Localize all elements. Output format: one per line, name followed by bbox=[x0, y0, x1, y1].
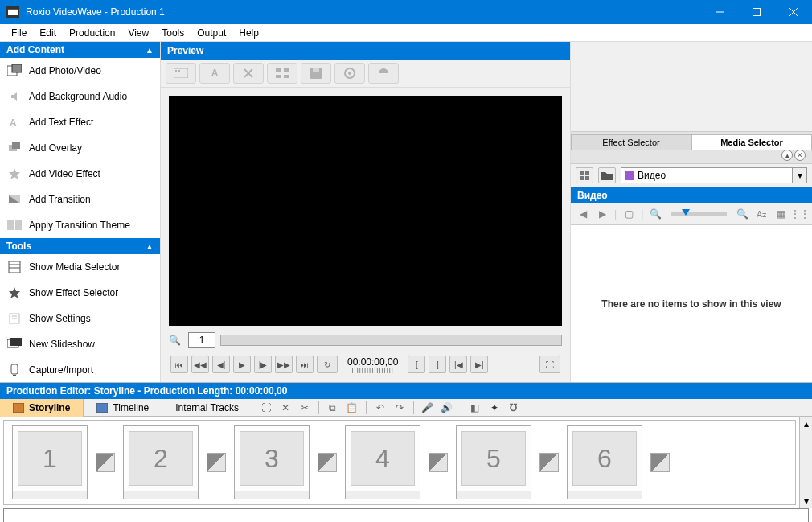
sidebar-show-media-selector[interactable]: Show Media Selector bbox=[0, 254, 160, 280]
align-icon[interactable] bbox=[267, 63, 297, 84]
storyline-slot[interactable]: 5 bbox=[456, 425, 531, 499]
nav-forward-button[interactable]: ▶ bbox=[595, 207, 609, 221]
redo-icon[interactable]: ↷ bbox=[392, 401, 407, 415]
effects-icon[interactable]: ✦ bbox=[487, 401, 502, 415]
undo-icon[interactable]: ↶ bbox=[373, 401, 388, 415]
view-grid-icon[interactable] bbox=[576, 167, 593, 183]
text-tool-icon[interactable]: A bbox=[199, 63, 230, 84]
mark-out-button[interactable]: ] bbox=[429, 356, 446, 373]
mark-in-button[interactable]: [ bbox=[408, 356, 425, 373]
transition-slot[interactable] bbox=[650, 453, 670, 472]
close-panel-button[interactable]: ✕ bbox=[794, 150, 806, 161]
menu-edit[interactable]: Edit bbox=[33, 26, 63, 40]
transition-slot[interactable] bbox=[318, 453, 337, 472]
tab-internal-tracks[interactable]: Internal Tracks bbox=[162, 399, 252, 417]
clip-caption-input[interactable] bbox=[3, 508, 809, 522]
menu-view[interactable]: View bbox=[121, 26, 155, 40]
disc-icon[interactable] bbox=[334, 63, 365, 84]
storyline-slot[interactable]: 6 bbox=[567, 425, 642, 499]
menu-production[interactable]: Production bbox=[63, 26, 121, 40]
sidebar-show-effect-selector[interactable]: Show Effect Selector bbox=[0, 280, 160, 306]
tab-storyline[interactable]: Storyline bbox=[0, 399, 84, 417]
jump-out-button[interactable]: ▶| bbox=[470, 356, 488, 373]
loop-button[interactable]: ↻ bbox=[317, 356, 338, 373]
keyboard-icon[interactable] bbox=[166, 63, 196, 84]
menu-help[interactable]: Help bbox=[232, 26, 265, 40]
tab-effect-selector[interactable]: Effect Selector bbox=[571, 134, 691, 150]
audio-icon[interactable]: 🔊 bbox=[440, 401, 454, 415]
tab-media-selector[interactable]: Media Selector bbox=[691, 134, 812, 150]
photo-video-icon bbox=[6, 63, 23, 79]
transition-slot[interactable] bbox=[539, 453, 559, 472]
delete-icon[interactable] bbox=[233, 63, 264, 84]
media-type-dropdown[interactable]: Видео ▾ bbox=[621, 167, 807, 183]
sidebar-add-video-effect[interactable]: Add Video Effect bbox=[0, 161, 160, 187]
goto-start-button[interactable]: ⏮ bbox=[170, 356, 188, 373]
sidebar-add-transition[interactable]: Add Transition bbox=[0, 187, 160, 212]
nav-back-button[interactable]: ◀ bbox=[576, 207, 590, 221]
sidebar-show-settings[interactable]: Show Settings bbox=[0, 306, 160, 331]
menu-output[interactable]: Output bbox=[191, 26, 232, 40]
options-icon[interactable]: ⋮⋮ bbox=[793, 207, 807, 221]
menu-tools[interactable]: Tools bbox=[155, 26, 191, 40]
svg-rect-41 bbox=[580, 171, 584, 175]
add-content-header[interactable]: Add Content ▲ bbox=[0, 42, 160, 58]
cut-icon[interactable]: ✂ bbox=[297, 401, 312, 415]
storyline-slot[interactable]: 3 bbox=[234, 425, 310, 499]
svg-rect-26 bbox=[11, 364, 18, 374]
video-preview-canvas[interactable] bbox=[169, 96, 562, 326]
goto-end-button[interactable]: ⏭ bbox=[296, 356, 314, 373]
storyline-vscroll[interactable]: ▴▾ bbox=[799, 417, 812, 508]
sidebar-capture-import[interactable]: Capture/Import bbox=[0, 357, 160, 383]
sort-az-button[interactable]: Aᴢ bbox=[754, 207, 769, 221]
transition-slot[interactable] bbox=[96, 453, 115, 472]
sidebar-add-bg-audio[interactable]: Add Background Audio bbox=[0, 84, 160, 109]
fullscreen-button[interactable]: ⛶ bbox=[539, 356, 560, 373]
preview-scrubber[interactable] bbox=[220, 335, 562, 346]
view-mode-button[interactable]: ▢ bbox=[621, 207, 636, 221]
next-clip-button[interactable]: ▶▶ bbox=[275, 356, 293, 373]
tab-timeline[interactable]: Timeline bbox=[84, 399, 162, 417]
svg-rect-17 bbox=[9, 261, 20, 273]
step-back-button[interactable]: ◀| bbox=[212, 356, 230, 373]
play-button[interactable]: ▶ bbox=[233, 356, 251, 373]
maximize-button[interactable] bbox=[738, 0, 775, 24]
folder-icon[interactable] bbox=[598, 167, 616, 183]
close-button[interactable] bbox=[775, 0, 812, 24]
sidebar-item-label: Capture/Import bbox=[29, 364, 93, 376]
minimize-button[interactable] bbox=[701, 0, 738, 24]
storyline-track[interactable]: 1 2 3 4 5 6 bbox=[3, 420, 796, 505]
sidebar-apply-transition-theme[interactable]: Apply Transition Theme bbox=[0, 212, 160, 238]
zoom-in-icon[interactable]: 🔍 bbox=[735, 207, 749, 221]
storyline-slot[interactable]: 1 bbox=[12, 425, 88, 499]
collapse-panel-button[interactable]: ▴ bbox=[781, 150, 793, 161]
split-icon[interactable]: Ʊ bbox=[506, 401, 521, 415]
storyline-slot[interactable]: 2 bbox=[123, 425, 199, 499]
menu-file[interactable]: File bbox=[5, 26, 33, 40]
mic-icon[interactable]: 🎤 bbox=[420, 401, 435, 415]
sidebar-add-photo-video[interactable]: Add Photo/Video bbox=[0, 58, 160, 84]
delete-clip-icon[interactable]: ✕ bbox=[278, 401, 293, 415]
timeline-icon bbox=[96, 403, 108, 413]
copy-icon[interactable]: ⧉ bbox=[326, 401, 340, 415]
magnify-icon[interactable]: 🔍 bbox=[169, 335, 183, 346]
step-fwd-button[interactable]: |▶ bbox=[254, 356, 272, 373]
sidebar-new-slideshow[interactable]: New Slideshow bbox=[0, 331, 160, 357]
jump-in-button[interactable]: |◀ bbox=[449, 356, 467, 373]
thumbnail-size-slider[interactable] bbox=[671, 212, 727, 216]
tools-header[interactable]: Tools ▲ bbox=[0, 238, 160, 254]
storyline-slot[interactable]: 4 bbox=[345, 425, 420, 499]
paste-icon[interactable]: 📋 bbox=[345, 401, 359, 415]
marker-icon[interactable]: ◧ bbox=[468, 401, 482, 415]
sidebar-add-overlay[interactable]: Add Overlay bbox=[0, 135, 160, 161]
calendar-icon[interactable]: ▦ bbox=[773, 207, 788, 221]
save-icon[interactable] bbox=[301, 63, 331, 84]
transition-slot[interactable] bbox=[429, 453, 448, 472]
sidebar-add-text-effect[interactable]: A Add Text Effect bbox=[0, 109, 160, 135]
fit-icon[interactable]: ⛶ bbox=[259, 401, 273, 415]
prev-clip-button[interactable]: ◀◀ bbox=[191, 356, 209, 373]
transition-slot[interactable] bbox=[207, 453, 226, 472]
zoom-value-input[interactable]: 1 bbox=[188, 332, 215, 348]
export-icon[interactable] bbox=[368, 63, 399, 84]
zoom-out-icon[interactable]: 🔍 bbox=[648, 207, 662, 221]
